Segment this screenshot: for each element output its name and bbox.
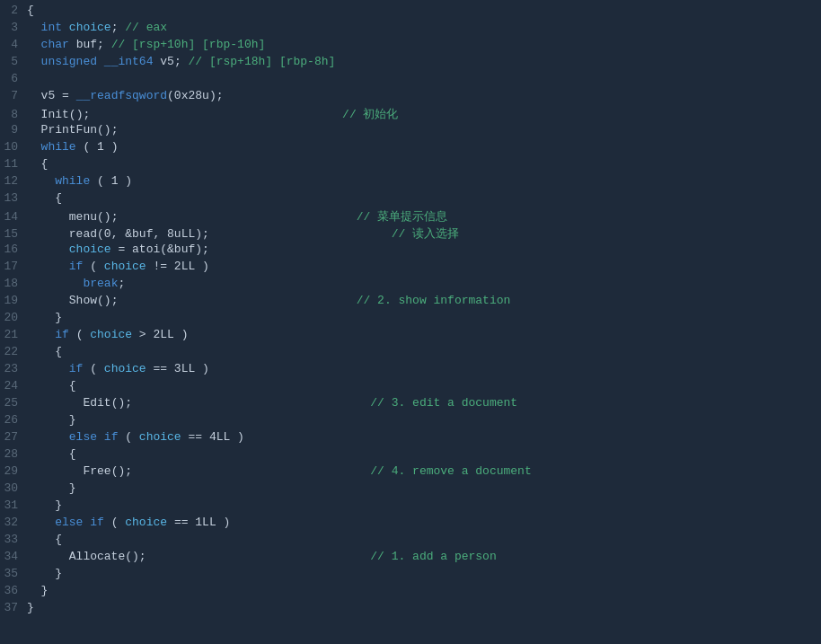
- line-content: {: [27, 4, 819, 17]
- code-editor: 2{3 int choice; // eax4 char buf; // [rs…: [0, 0, 821, 622]
- line-number: 24: [2, 379, 27, 393]
- line-content: {: [27, 379, 819, 393]
- line-content: {: [27, 533, 819, 546]
- line-content: }: [27, 481, 819, 495]
- line-content: Allocate(); // 1. add a person: [27, 550, 819, 563]
- table-row: 8 Init(); // 初始化: [0, 106, 821, 123]
- line-number: 3: [2, 21, 27, 34]
- table-row: 37}: [0, 601, 821, 618]
- line-number: 37: [2, 601, 27, 614]
- line-number: 12: [2, 174, 27, 188]
- line-number: 27: [2, 430, 27, 444]
- table-row: 29 Free(); // 4. remove a document: [0, 464, 821, 481]
- line-content: while ( 1 ): [27, 140, 819, 154]
- table-row: 23 if ( choice == 3LL ): [0, 362, 821, 379]
- table-row: 15 read(0, &buf, 8uLL); // 读入选择: [0, 225, 821, 243]
- line-number: 31: [2, 498, 27, 512]
- line-number: 20: [2, 311, 27, 324]
- table-row: 31 }: [0, 498, 821, 516]
- line-content: }: [27, 567, 819, 580]
- table-row: 13 {: [0, 191, 821, 208]
- line-content: {: [27, 447, 819, 461]
- line-content: {: [27, 157, 819, 171]
- line-number: 8: [2, 108, 27, 121]
- line-number: 36: [2, 584, 27, 597]
- table-row: 30 }: [0, 481, 821, 498]
- line-content: choice = atoi(&buf);: [27, 243, 819, 256]
- line-number: 5: [2, 55, 27, 68]
- table-row: 17 if ( choice != 2LL ): [0, 260, 821, 277]
- line-content: }: [27, 413, 819, 427]
- line-content: {: [27, 191, 819, 205]
- line-number: 23: [2, 362, 27, 375]
- line-number: 7: [2, 89, 27, 102]
- line-number: 35: [2, 567, 27, 580]
- line-content: while ( 1 ): [27, 174, 819, 188]
- table-row: 36 }: [0, 584, 821, 601]
- table-row: 21 if ( choice > 2LL ): [0, 328, 821, 345]
- line-content: }: [27, 311, 819, 324]
- line-content: break;: [27, 277, 819, 290]
- table-row: 12 while ( 1 ): [0, 174, 821, 191]
- line-number: 28: [2, 447, 27, 461]
- table-row: 10 while ( 1 ): [0, 140, 821, 157]
- line-number: 29: [2, 464, 27, 478]
- table-row: 34 Allocate(); // 1. add a person: [0, 550, 821, 567]
- line-number: 15: [2, 227, 27, 241]
- table-row: 27 else if ( choice == 4LL ): [0, 430, 821, 447]
- table-row: 6: [0, 72, 821, 89]
- line-number: 14: [2, 210, 27, 224]
- table-row: 24 {: [0, 379, 821, 396]
- table-row: 32 else if ( choice == 1LL ): [0, 516, 821, 533]
- line-content: else if ( choice == 1LL ): [27, 516, 819, 529]
- line-number: 6: [2, 72, 27, 85]
- line-content: [27, 72, 819, 85]
- line-number: 16: [2, 243, 27, 256]
- line-number: 26: [2, 413, 27, 427]
- table-row: 2{: [0, 4, 821, 21]
- table-row: 9 PrintFun();: [0, 123, 821, 140]
- line-number: 13: [2, 191, 27, 205]
- table-row: 33 {: [0, 533, 821, 550]
- line-number: 11: [2, 157, 27, 171]
- table-row: 22 {: [0, 345, 821, 362]
- line-content: if ( choice > 2LL ): [27, 328, 819, 341]
- table-row: 18 break;: [0, 277, 821, 294]
- line-number: 18: [2, 277, 27, 290]
- table-row: 35 }: [0, 567, 821, 584]
- line-number: 34: [2, 550, 27, 563]
- line-content: }: [27, 601, 819, 614]
- line-content: int choice; // eax: [27, 21, 819, 34]
- line-content: unsigned __int64 v5; // [rsp+18h] [rbp-8…: [27, 55, 819, 68]
- table-row: 7 v5 = __readfsqword(0x28u);: [0, 89, 821, 106]
- table-row: 26 }: [0, 413, 821, 430]
- line-content: Show(); // 2. show information: [27, 294, 819, 307]
- line-number: 19: [2, 294, 27, 307]
- line-content: if ( choice != 2LL ): [27, 260, 819, 273]
- table-row: 3 int choice; // eax: [0, 21, 821, 38]
- line-content: PrintFun();: [27, 123, 819, 137]
- line-content: Free(); // 4. remove a document: [27, 464, 819, 478]
- table-row: 5 unsigned __int64 v5; // [rsp+18h] [rbp…: [0, 55, 821, 72]
- line-number: 32: [2, 516, 27, 529]
- line-content: menu(); // 菜单提示信息: [27, 208, 819, 225]
- line-number: 9: [2, 123, 27, 137]
- line-number: 10: [2, 140, 27, 154]
- line-content: v5 = __readfsqword(0x28u);: [27, 89, 819, 102]
- line-number: 4: [2, 38, 27, 51]
- line-number: 21: [2, 328, 27, 341]
- line-number: 17: [2, 260, 27, 273]
- line-number: 33: [2, 533, 27, 546]
- line-number: 2: [2, 4, 27, 17]
- line-content: {: [27, 345, 819, 358]
- table-row: 19 Show(); // 2. show information: [0, 294, 821, 311]
- table-row: 4 char buf; // [rsp+10h] [rbp-10h]: [0, 38, 821, 55]
- line-content: }: [27, 584, 819, 597]
- table-row: 25 Edit(); // 3. edit a document: [0, 396, 821, 413]
- line-content: else if ( choice == 4LL ): [27, 430, 819, 444]
- line-content: Init(); // 初始化: [27, 106, 819, 122]
- line-content: char buf; // [rsp+10h] [rbp-10h]: [27, 38, 819, 51]
- table-row: 11 {: [0, 157, 821, 174]
- line-content: if ( choice == 3LL ): [27, 362, 819, 375]
- table-row: 28 {: [0, 447, 821, 464]
